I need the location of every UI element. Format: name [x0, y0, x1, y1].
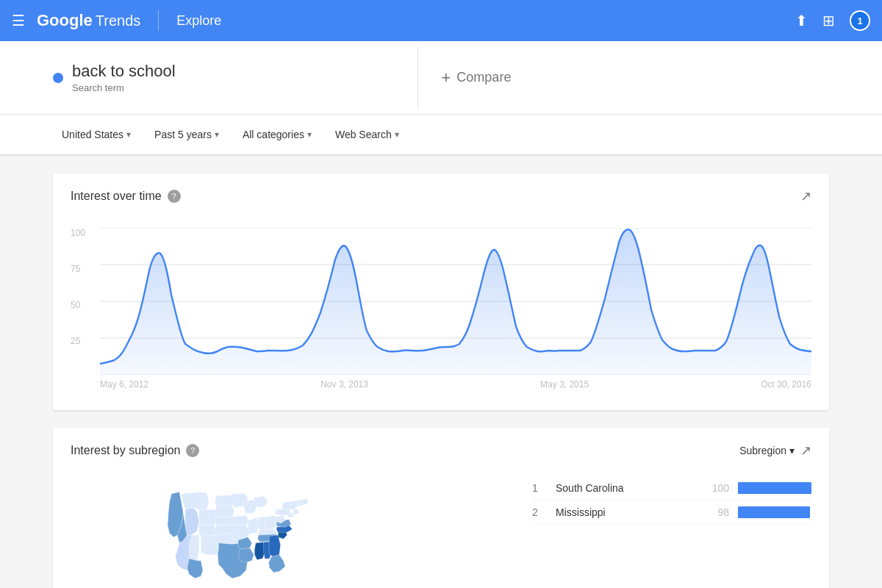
- state-id[interactable]: [185, 508, 199, 535]
- region-rank-2: 2: [532, 506, 547, 518]
- state-il[interactable]: [248, 517, 258, 534]
- x-label-4: Oct 30, 2016: [761, 379, 811, 390]
- logo-google: Google: [37, 11, 93, 30]
- search-term-label: Search term: [72, 82, 176, 93]
- search-term-box: back to school Search term: [53, 47, 418, 108]
- region-value-1: 100: [703, 482, 729, 494]
- compare-box[interactable]: + Compare: [418, 54, 830, 102]
- state-mi[interactable]: [254, 496, 268, 508]
- subregion-controls: Subregion ▾ ↗: [739, 442, 811, 459]
- state-mt[interactable]: [182, 492, 209, 509]
- avatar[interactable]: 1: [850, 10, 870, 31]
- region-rank-1: 1: [532, 482, 547, 494]
- state-la[interactable]: [238, 548, 254, 563]
- state-oh[interactable]: [265, 515, 276, 529]
- chart-container: 100 75 50 25: [71, 216, 811, 395]
- region-item: 1 South Carolina 100: [532, 476, 811, 501]
- x-label-1: May 6, 2012: [100, 379, 148, 390]
- region-filter[interactable]: United States ▾: [53, 124, 140, 145]
- interest-by-subregion-card: Interest by subregion ? Subregion ▾ ↗: [53, 428, 829, 588]
- card-title-row-subregion: Interest by subregion ?: [71, 444, 199, 457]
- state-md[interactable]: [287, 513, 294, 517]
- subregion-dropdown-label: Subregion: [739, 445, 786, 456]
- search-term-text: back to school: [72, 62, 176, 81]
- state-sd[interactable]: [215, 506, 234, 517]
- help-icon-time[interactable]: ?: [168, 190, 181, 203]
- chart-svg: [100, 228, 811, 375]
- region-name-2: Mississippi: [556, 506, 694, 518]
- state-ut[interactable]: [189, 535, 198, 561]
- filters-bar: United States ▾ Past 5 years ▾ All categ…: [0, 115, 882, 156]
- subregion-dropdown[interactable]: Subregion ▾: [739, 445, 795, 456]
- region-bar-container-2: [738, 506, 811, 518]
- region-list: 1 South Carolina 100 2 Mississippi 98: [532, 470, 811, 588]
- region-filter-label: United States: [62, 129, 123, 140]
- share-icon-subregion[interactable]: ↗: [800, 442, 811, 459]
- card-title-row-time: Interest over time ?: [71, 190, 181, 203]
- us-map: [71, 470, 453, 588]
- help-icon-subregion[interactable]: ?: [186, 444, 199, 457]
- chart-area: 100 75 50 25: [71, 228, 811, 375]
- explore-label: Explore: [176, 13, 221, 29]
- region-name-1: South Carolina: [556, 482, 694, 494]
- chart-labels-x: May 6, 2012 Nov 3, 2013 May 3, 2015 Oct …: [100, 379, 811, 390]
- search-term-info: back to school Search term: [72, 62, 176, 93]
- state-nj[interactable]: [293, 509, 299, 514]
- state-ny[interactable]: [282, 501, 298, 510]
- region-bar-1: [738, 482, 811, 494]
- state-ms[interactable]: [254, 542, 265, 560]
- region-value-2: 98: [703, 506, 729, 518]
- interest-by-subregion-title: Interest by subregion: [71, 444, 180, 457]
- card-header-subregion: Interest by subregion ? Subregion ▾ ↗: [71, 442, 811, 459]
- chart-svg-wrapper: [100, 228, 811, 378]
- state-wy[interactable]: [199, 509, 217, 525]
- region-bar-container-1: [738, 482, 811, 494]
- time-filter-arrow: ▾: [215, 129, 219, 140]
- state-az[interactable]: [187, 559, 203, 578]
- app-header: ☰ Google Trends Explore ⬆ ⊞ 1: [0, 0, 882, 41]
- map-area: [71, 470, 514, 588]
- share-icon[interactable]: ⬆: [795, 12, 808, 29]
- category-filter-arrow: ▾: [307, 129, 312, 140]
- y-label-50: 50: [71, 300, 85, 310]
- x-label-2: Nov 3, 2013: [320, 379, 368, 390]
- category-filter-label: All categories: [243, 129, 304, 140]
- category-filter[interactable]: All categories ▾: [234, 124, 320, 145]
- share-icon-time[interactable]: ↗: [800, 188, 811, 204]
- menu-icon[interactable]: ☰: [12, 12, 25, 29]
- logo-trends: Trends: [96, 12, 141, 29]
- region-filter-arrow: ▾: [126, 129, 131, 140]
- subregion-content: 1 South Carolina 100 2 Mississippi 98: [71, 470, 811, 588]
- search-type-filter-arrow: ▾: [395, 129, 399, 140]
- region-item-2: 2 Mississippi 98: [532, 501, 811, 525]
- state-me[interactable]: [301, 498, 308, 505]
- header-divider: [158, 10, 159, 31]
- compare-plus-icon: +: [442, 68, 451, 87]
- time-filter-label: Past 5 years: [154, 129, 212, 140]
- search-dot: [53, 73, 63, 83]
- header-actions: ⬆ ⊞ 1: [795, 10, 870, 31]
- x-label-3: May 3, 2015: [540, 379, 589, 390]
- state-co[interactable]: [199, 526, 217, 537]
- search-area: back to school Search term + Compare: [0, 41, 882, 115]
- state-ga[interactable]: [269, 535, 281, 556]
- apps-icon[interactable]: ⊞: [822, 12, 835, 29]
- region-bar-2: [738, 506, 810, 518]
- y-label-75: 75: [71, 264, 85, 274]
- state-fl[interactable]: [269, 555, 285, 573]
- chart-labels-y: 100 75 50 25: [71, 228, 85, 375]
- state-nd[interactable]: [215, 495, 234, 506]
- search-type-filter[interactable]: Web Search ▾: [326, 124, 408, 145]
- search-type-filter-label: Web Search: [335, 129, 392, 140]
- compare-label: Compare: [456, 70, 511, 85]
- card-header-time: Interest over time ? ↗: [71, 188, 811, 204]
- content-area: Interest over time ? ↗ 100 75 50 25: [0, 156, 882, 588]
- y-label-100: 100: [71, 228, 85, 238]
- logo: Google Trends: [37, 11, 140, 30]
- subregion-dropdown-arrow: ▾: [789, 445, 795, 456]
- interest-over-time-card: Interest over time ? ↗ 100 75 50 25: [53, 173, 829, 410]
- state-ia[interactable]: [232, 515, 249, 525]
- y-label-25: 25: [71, 336, 85, 346]
- time-filter[interactable]: Past 5 years ▾: [146, 124, 228, 145]
- interest-over-time-title: Interest over time: [71, 190, 162, 203]
